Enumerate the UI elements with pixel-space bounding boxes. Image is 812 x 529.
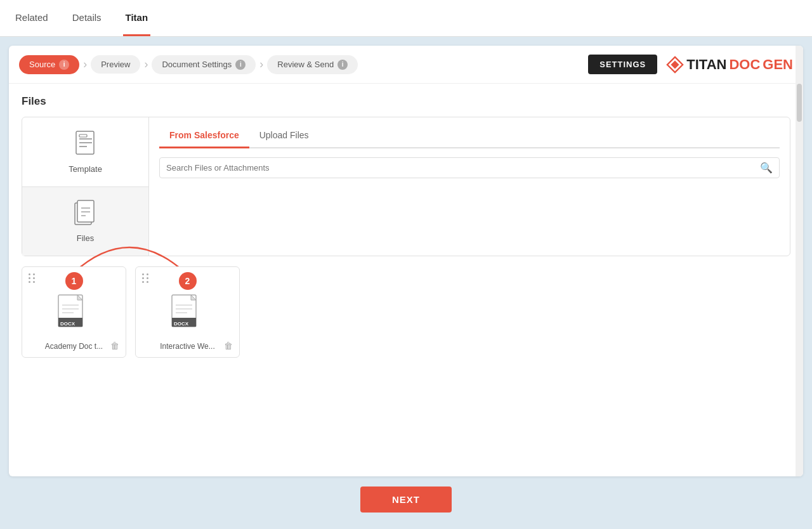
files-right-content: From Salesforce Upload Files 🔍 — [149, 117, 790, 256]
titan-logo: TITAN DOC GEN — [666, 56, 793, 74]
dropped-files-area: 1 DOCX Academy Doc t... 🗑 — [22, 266, 790, 358]
step-docsettings-button[interactable]: Document Settings i — [152, 55, 256, 74]
drag-handle-2[interactable] — [142, 273, 149, 283]
svg-rect-6 — [79, 134, 87, 137]
tab-titan[interactable]: Titan — [123, 0, 151, 36]
next-button[interactable]: NEXT — [360, 487, 452, 513]
step-reviewsend-button[interactable]: Review & Send i — [267, 55, 358, 74]
settings-button[interactable]: SETTINGS — [588, 55, 657, 74]
reviewsend-info-icon: i — [337, 60, 348, 70]
sub-tab-upload-files[interactable]: Upload Files — [249, 126, 319, 148]
main-content: Source i › Preview › Document Settings i… — [0, 37, 812, 529]
top-tabs-bar: Related Details Titan — [0, 0, 812, 37]
step-preview-button[interactable]: Preview — [91, 55, 140, 74]
search-icon: 🔍 — [760, 162, 773, 174]
main-card: Source i › Preview › Document Settings i… — [9, 46, 803, 476]
template-icon — [73, 130, 98, 159]
docx-icon-2: DOCX — [169, 294, 206, 337]
step-source-button[interactable]: Source i — [19, 55, 79, 74]
doc-card-2: 2 DOCX Interactive We... 🗑 — [135, 266, 240, 358]
files-title: Files — [22, 95, 790, 108]
files-icon — [73, 199, 98, 228]
files-left-sidebar: Template Files — [22, 117, 149, 256]
badge-num-1: 1 — [65, 272, 83, 290]
titan-diamond-icon — [666, 56, 684, 74]
delete-icon-2[interactable]: 🗑 — [224, 341, 233, 351]
sub-tab-from-salesforce[interactable]: From Salesforce — [159, 126, 249, 148]
docx-icon-1: DOCX — [56, 294, 93, 337]
doc-name-2: Interactive We... — [160, 342, 214, 351]
svg-text:DOCX: DOCX — [174, 321, 189, 327]
svg-text:DOCX: DOCX — [60, 321, 75, 327]
svg-marker-1 — [671, 60, 679, 69]
docsettings-info-icon: i — [235, 60, 246, 70]
delete-icon-1[interactable]: 🗑 — [110, 341, 119, 351]
scroll-thumb — [797, 84, 802, 122]
step-arrow-2: › — [144, 58, 148, 71]
search-input[interactable] — [166, 163, 755, 173]
step-arrow-3: › — [259, 58, 263, 71]
left-item-template[interactable]: Template — [22, 117, 148, 187]
files-section: Files Templ — [9, 84, 803, 476]
badge-num-2: 2 — [179, 272, 197, 290]
scrollbar[interactable] — [796, 46, 803, 476]
left-item-files[interactable]: Files — [22, 187, 148, 256]
step-arrow-1: › — [83, 58, 87, 71]
footer-bar: NEXT — [9, 476, 803, 520]
tab-related[interactable]: Related — [13, 0, 51, 36]
files-panel: Template Files — [22, 117, 790, 256]
source-info-icon: i — [59, 60, 69, 70]
svg-rect-8 — [77, 200, 94, 222]
header-right: SETTINGS TITAN DOC GEN — [588, 55, 793, 74]
search-box: 🔍 — [159, 157, 780, 178]
drag-handle-1[interactable] — [29, 273, 36, 283]
doc-name-1: Academy Doc t... — [45, 342, 103, 351]
sub-tabs: From Salesforce Upload Files — [159, 126, 780, 148]
steps-left: Source i › Preview › Document Settings i… — [19, 55, 358, 74]
doc-card-1: 1 DOCX Academy Doc t... 🗑 — [22, 266, 126, 358]
steps-bar: Source i › Preview › Document Settings i… — [9, 46, 803, 84]
tab-details[interactable]: Details — [70, 0, 104, 36]
